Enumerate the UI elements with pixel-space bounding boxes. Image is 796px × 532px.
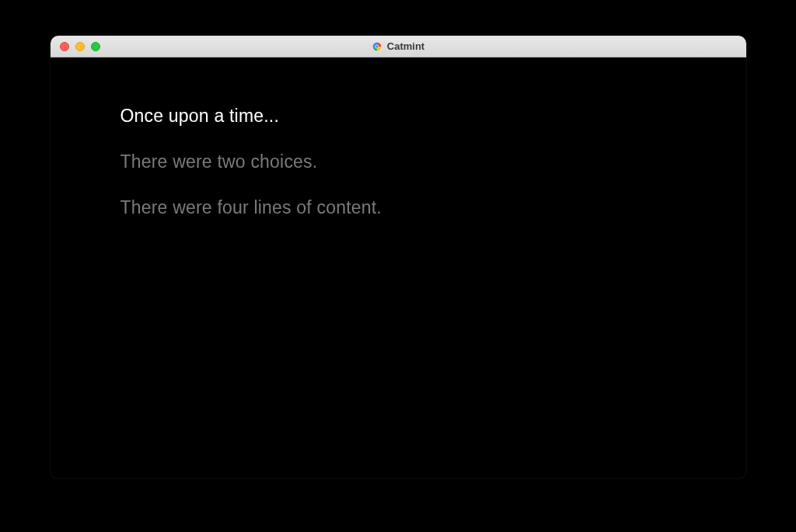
- titlebar: Catmint: [51, 36, 746, 57]
- close-button[interactable]: [60, 42, 69, 51]
- story-line: There were four lines of content.: [120, 197, 676, 218]
- maximize-button[interactable]: [91, 42, 100, 51]
- window-controls: [51, 42, 100, 51]
- svg-point-2: [375, 45, 379, 48]
- app-icon: [372, 41, 382, 52]
- story-line: There were two choices.: [120, 151, 676, 172]
- window-title: Catmint: [387, 40, 424, 52]
- story-line: Once upon a time...: [120, 106, 676, 127]
- title-center: Catmint: [51, 40, 746, 52]
- content-area: Once upon a time... There were two choic…: [51, 57, 746, 291]
- app-window: Catmint Once upon a time... There were t…: [51, 36, 746, 478]
- minimize-button[interactable]: [75, 42, 85, 51]
